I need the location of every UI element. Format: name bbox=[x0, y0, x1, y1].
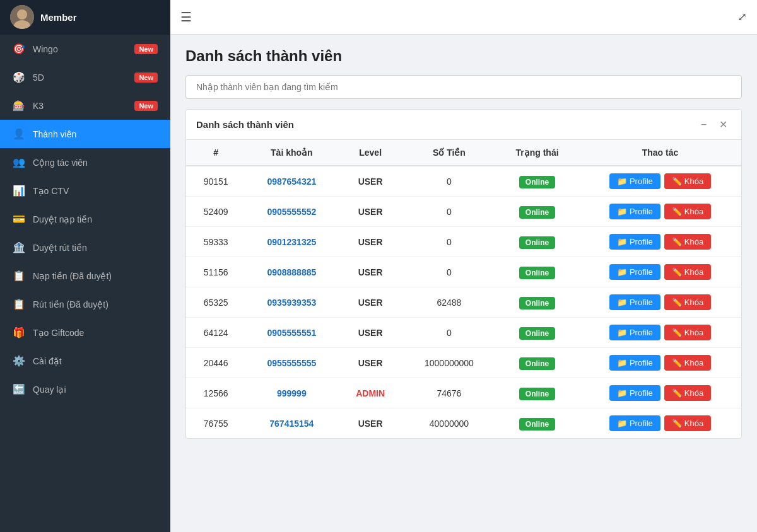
nav-label-thanh-vien: Thành viên bbox=[33, 129, 158, 139]
account-link[interactable]: 0905555551 bbox=[267, 328, 316, 338]
profile-label: Profile bbox=[630, 207, 653, 216]
lock-button[interactable]: ✏️ Khóa bbox=[664, 264, 711, 280]
lock-label: Khóa bbox=[684, 298, 703, 307]
content-area: Danh sách thành viên Danh sách thành viê… bbox=[170, 35, 757, 532]
profile-button[interactable]: 📁 Profile bbox=[609, 264, 660, 280]
row-status: Online bbox=[495, 166, 579, 197]
sidebar-item-duyet-nap-tien[interactable]: 💳 Duyệt nạp tiền bbox=[0, 205, 170, 233]
profile-button[interactable]: 📁 Profile bbox=[609, 355, 660, 371]
row-level: USER bbox=[337, 408, 403, 439]
sidebar-item-5d[interactable]: 🎲 5D New bbox=[0, 63, 170, 91]
sidebar-item-k3[interactable]: 🎰 K3 New bbox=[0, 91, 170, 120]
sidebar-username: Member bbox=[40, 12, 77, 23]
account-link[interactable]: 767415154 bbox=[269, 419, 314, 429]
level-badge: USER bbox=[358, 298, 383, 308]
lock-button[interactable]: ✏️ Khóa bbox=[664, 173, 711, 189]
lock-button[interactable]: ✏️ Khóa bbox=[664, 204, 711, 219]
status-badge: Online bbox=[519, 327, 555, 340]
sidebar-nav: 🎯 Wingo New 🎲 5D New 🎰 K3 New 👤 Thành vi… bbox=[0, 35, 170, 532]
nav-label-quay-lai: Quay lại bbox=[33, 385, 158, 395]
row-status: Online bbox=[495, 257, 579, 287]
row-account: 0905555551 bbox=[245, 318, 337, 348]
sidebar-item-tao-giftcode[interactable]: 🎁 Tạo Giftcode bbox=[0, 318, 170, 347]
level-badge: USER bbox=[358, 419, 383, 429]
pencil-icon: ✏️ bbox=[672, 328, 682, 337]
lock-label: Khóa bbox=[684, 237, 703, 246]
lock-button[interactable]: ✏️ Khóa bbox=[664, 234, 711, 250]
row-actions: 📁 Profile ✏️ Khóa bbox=[579, 197, 741, 227]
folder-icon: 📁 bbox=[617, 419, 627, 428]
row-level: USER bbox=[337, 348, 403, 378]
sidebar-item-wingo[interactable]: 🎯 Wingo New bbox=[0, 35, 170, 63]
minimize-button[interactable]: − bbox=[697, 117, 710, 132]
sidebar-item-thanh-vien[interactable]: 👤 Thành viên bbox=[0, 120, 170, 148]
lock-button[interactable]: ✏️ Khóa bbox=[664, 355, 711, 371]
pencil-icon: ✏️ bbox=[672, 298, 682, 307]
account-link[interactable]: 0901231325 bbox=[267, 237, 316, 247]
table-card-actions: − ✕ bbox=[697, 117, 731, 132]
profile-label: Profile bbox=[630, 237, 653, 246]
sidebar-item-duyet-rut-tien[interactable]: 🏦 Duyệt rút tiền bbox=[0, 233, 170, 262]
row-actions: 📁 Profile ✏️ Khóa bbox=[579, 408, 741, 439]
sidebar-item-tao-ctv[interactable]: 📊 Tạo CTV bbox=[0, 176, 170, 205]
row-level: USER bbox=[337, 257, 403, 287]
sidebar-item-cai-dat[interactable]: ⚙️ Cài đặt bbox=[0, 347, 170, 375]
account-link[interactable]: 0908888885 bbox=[267, 267, 316, 277]
sidebar-item-rut-tien-da-duyet[interactable]: 📋 Rút tiền (Đã duyệt) bbox=[0, 290, 170, 318]
lock-button[interactable]: ✏️ Khóa bbox=[664, 325, 711, 340]
profile-button[interactable]: 📁 Profile bbox=[609, 325, 660, 340]
row-amount: 0 bbox=[403, 197, 495, 227]
nav-icon-duyet-nap-tien: 💳 bbox=[13, 213, 25, 225]
row-account: 0901231325 bbox=[245, 227, 337, 257]
table-card: Danh sách thành viên − ✕ #Tài khoảnLevel… bbox=[185, 109, 742, 439]
row-id: 65325 bbox=[186, 287, 245, 318]
row-id: 20446 bbox=[186, 348, 245, 378]
sidebar-item-cong-tac-vien[interactable]: 👥 Cộng tác viên bbox=[0, 148, 170, 176]
profile-button[interactable]: 📁 Profile bbox=[609, 234, 660, 250]
account-link[interactable]: 0935939353 bbox=[267, 298, 316, 308]
sidebar-header: Member bbox=[0, 0, 170, 35]
folder-icon: 📁 bbox=[617, 388, 627, 398]
row-actions: 📁 Profile ✏️ Khóa bbox=[579, 166, 741, 197]
folder-icon: 📁 bbox=[617, 267, 627, 277]
account-link[interactable]: 0905555552 bbox=[267, 207, 316, 217]
main-content: ☰ ⤢ Danh sách thành viên Danh sách thành… bbox=[170, 0, 757, 532]
level-badge: USER bbox=[358, 207, 383, 217]
account-link[interactable]: 0955555555 bbox=[267, 358, 316, 368]
nav-badge-wingo: New bbox=[134, 44, 158, 54]
table-row: 76755 767415154 USER 40000000 Online 📁 P… bbox=[186, 408, 741, 439]
profile-button[interactable]: 📁 Profile bbox=[609, 204, 660, 219]
profile-button[interactable]: 📁 Profile bbox=[609, 173, 660, 189]
table-header: #Tài khoảnLevelSố TiềnTrạng tháiThao tác bbox=[186, 140, 741, 166]
row-status: Online bbox=[495, 348, 579, 378]
status-badge: Online bbox=[519, 236, 555, 249]
table-row: 20446 0955555555 USER 1000000000 Online … bbox=[186, 348, 741, 378]
row-level: USER bbox=[337, 227, 403, 257]
row-level: ADMIN bbox=[337, 378, 403, 408]
expand-icon[interactable]: ⤢ bbox=[737, 10, 747, 24]
profile-button[interactable]: 📁 Profile bbox=[609, 294, 660, 310]
topbar: ☰ ⤢ bbox=[170, 0, 757, 35]
lock-button[interactable]: ✏️ Khóa bbox=[664, 415, 711, 431]
folder-icon: 📁 bbox=[617, 328, 627, 337]
sidebar-item-nap-tien-da-duyet[interactable]: 📋 Nạp tiền (Đã duyệt) bbox=[0, 262, 170, 290]
profile-button[interactable]: 📁 Profile bbox=[609, 415, 660, 431]
profile-button[interactable]: 📁 Profile bbox=[609, 385, 660, 401]
lock-label: Khóa bbox=[684, 328, 703, 337]
pencil-icon: ✏️ bbox=[672, 237, 682, 246]
row-account: 0905555552 bbox=[245, 197, 337, 227]
lock-label: Khóa bbox=[684, 388, 703, 398]
col-header: # bbox=[186, 140, 245, 166]
menu-icon[interactable]: ☰ bbox=[180, 9, 192, 25]
sidebar-item-quay-lai[interactable]: 🔙 Quay lại bbox=[0, 375, 170, 403]
lock-button[interactable]: ✏️ Khóa bbox=[664, 385, 711, 401]
level-badge: USER bbox=[358, 358, 383, 368]
lock-button[interactable]: ✏️ Khóa bbox=[664, 294, 711, 310]
table-row: 59333 0901231325 USER 0 Online 📁 Profile… bbox=[186, 227, 741, 257]
account-link[interactable]: 999999 bbox=[277, 388, 307, 398]
nav-label-cong-tac-vien: Cộng tác viên bbox=[33, 158, 158, 168]
nav-label-rut-tien-da-duyet: Rút tiền (Đã duyệt) bbox=[33, 299, 158, 309]
search-input[interactable] bbox=[185, 75, 742, 99]
account-link[interactable]: 0987654321 bbox=[267, 176, 316, 187]
close-button[interactable]: ✕ bbox=[715, 117, 731, 132]
